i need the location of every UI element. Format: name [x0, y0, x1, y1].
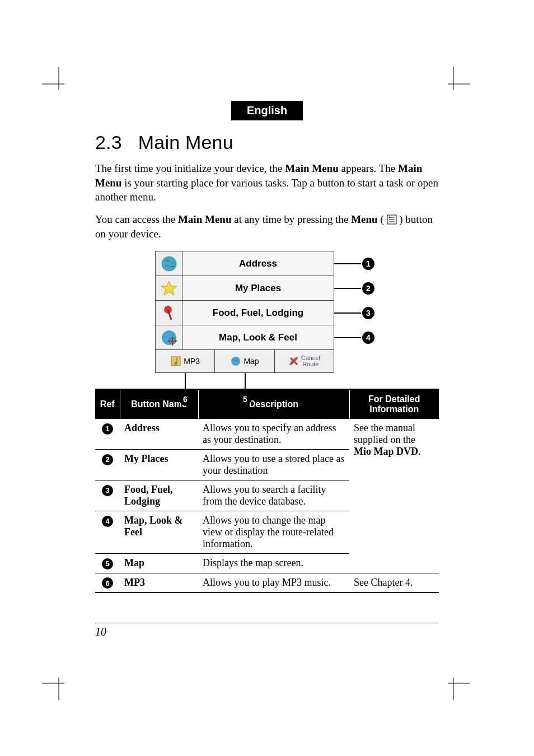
- text: appears. The: [339, 162, 398, 174]
- cell-name: Map, Look & Feel: [120, 511, 198, 554]
- menu-row-address[interactable]: Address: [156, 251, 334, 276]
- cell-info-merged: See the manual supplied on the Mio Map D…: [349, 419, 439, 573]
- th-desc: Description: [198, 389, 349, 419]
- svg-point-22: [231, 357, 240, 366]
- svg-point-12: [388, 217, 390, 218]
- cell-desc: Allows you to use a stored place as your…: [198, 450, 349, 480]
- cell-name: MP3: [120, 573, 198, 592]
- menu-button-icon: [387, 214, 397, 225]
- text-bold: Menu: [351, 213, 378, 225]
- menu-stack: Address My Places Food, Fuel, Lodging Ma…: [155, 251, 334, 373]
- paragraph-1: The first time you initialize your devic…: [95, 161, 439, 204]
- cancel-label-2: Route: [302, 361, 318, 367]
- cell-desc: Allows you to specify an address as your…: [198, 419, 349, 450]
- svg-point-13: [162, 256, 176, 271]
- callout-line: [185, 373, 186, 392]
- th-ref: Ref: [95, 389, 120, 419]
- callout-number-3: 3: [362, 307, 374, 319]
- section-name: Main Menu: [138, 132, 233, 153]
- ref-badge: 4: [102, 516, 113, 527]
- menu-row-maplook[interactable]: Map, Look & Feel: [156, 325, 334, 350]
- cell-desc: Allows you to search a facility from the…: [198, 480, 349, 511]
- text: The first time you initialize your devic…: [95, 162, 285, 174]
- mp3-button[interactable]: MP3: [156, 350, 215, 372]
- svg-marker-14: [161, 281, 177, 295]
- mp3-label: MP3: [184, 357, 200, 366]
- cell-desc: Allows you to change the map view or dis…: [198, 511, 349, 554]
- text-bold: Main Menu: [285, 162, 339, 174]
- menu-label: Food, Fuel, Lodging: [182, 301, 334, 325]
- menu-label: Map, Look & Feel: [182, 325, 334, 349]
- menu-row-food[interactable]: Food, Fuel, Lodging: [156, 301, 334, 325]
- ref-badge: 2: [102, 454, 113, 465]
- callout-line: [334, 337, 361, 338]
- cell-name: Food, Fuel, Lodging: [120, 480, 198, 511]
- section-number: 2.3: [95, 132, 122, 153]
- cell-info: See Chapter 4.: [349, 573, 439, 592]
- ref-badge: 6: [102, 577, 113, 589]
- ref-badge: 3: [102, 485, 113, 496]
- table-row: 6 MP3 Allows you to play MP3 music. See …: [95, 573, 439, 592]
- menu-row-myplaces[interactable]: My Places: [156, 276, 334, 301]
- ref-badge: 1: [102, 423, 113, 435]
- text: (: [378, 213, 387, 225]
- callout-number-1: 1: [362, 258, 374, 270]
- reference-table: Ref Button Name Description For Detailed…: [95, 389, 439, 593]
- cell-desc: Displays the map screen.: [198, 554, 349, 573]
- cell-name: Address: [120, 419, 198, 450]
- callout-number-4: 4: [362, 332, 374, 344]
- callout-line: [334, 312, 361, 314]
- text-bold: Main Menu: [178, 213, 232, 225]
- pin-icon: [156, 301, 182, 325]
- svg-point-21: [174, 362, 177, 365]
- ref-badge: 5: [102, 558, 113, 570]
- device-menu-figure: Address My Places Food, Fuel, Lodging Ma…: [155, 251, 379, 373]
- callout-number-2: 2: [362, 282, 374, 295]
- callout-line: [334, 263, 361, 264]
- callout-line: [245, 373, 246, 392]
- language-pill: English: [231, 101, 303, 120]
- menu-bottom-row: MP3 Map Cancel Route: [156, 350, 334, 372]
- globe-icon: [156, 251, 182, 276]
- text: is your starting place for various tasks…: [95, 177, 438, 203]
- cancel-route-button[interactable]: Cancel Route: [275, 350, 334, 372]
- cancel-route-icon: [288, 356, 299, 367]
- table-row: 1 Address Allows you to specify an addre…: [95, 419, 439, 450]
- menu-label: Address: [182, 251, 334, 276]
- th-info: For Detailed Information: [349, 389, 439, 419]
- text: .: [418, 446, 421, 457]
- cell-desc: Allows you to play MP3 music.: [198, 573, 349, 592]
- star-icon: [156, 276, 182, 300]
- map-button[interactable]: Map: [215, 350, 274, 372]
- menu-label: My Places: [182, 276, 334, 300]
- page: English 2.3 Main Menu The first time you…: [0, 0, 534, 756]
- callout-line: [334, 288, 361, 289]
- text-bold: Mio Map DVD: [354, 446, 418, 457]
- paragraph-2: You can access the Main Menu at any time…: [95, 212, 439, 241]
- gear-globe-icon: [156, 325, 182, 349]
- section-heading: 2.3 Main Menu: [95, 132, 439, 153]
- text: See the manual supplied on the: [354, 422, 415, 445]
- page-number: 10: [95, 623, 439, 638]
- text: at any time by pressing the: [231, 213, 351, 225]
- text: You can access the: [95, 213, 178, 225]
- cell-name: Map: [120, 554, 198, 573]
- globe-small-icon: [230, 356, 241, 367]
- music-note-icon: [170, 356, 181, 367]
- map-label: Map: [243, 357, 259, 366]
- cell-name: My Places: [120, 450, 198, 480]
